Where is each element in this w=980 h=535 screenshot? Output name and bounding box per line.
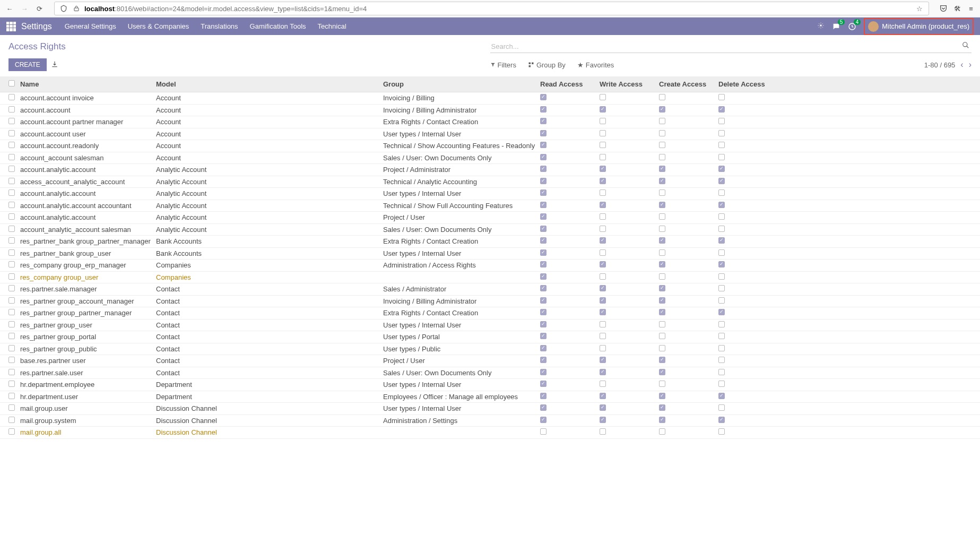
delete-checkbox[interactable] [718,285,725,291]
row-checkbox[interactable] [8,94,15,100]
row-checkbox[interactable] [8,404,15,411]
read-checkbox[interactable] [540,309,547,315]
activities-button[interactable]: 4 [848,22,856,31]
write-checkbox[interactable] [600,297,606,304]
write-checkbox[interactable] [600,261,606,268]
table-row[interactable]: account.account userAccountUser types / … [0,128,980,141]
write-checkbox[interactable] [600,226,606,232]
row-checkbox[interactable] [8,106,15,113]
table-row[interactable]: res_partner_bank group_userBank Accounts… [0,248,980,260]
delete-checkbox[interactable] [718,130,725,136]
menu-translations[interactable]: Translations [201,22,238,30]
delete-checkbox[interactable] [718,142,725,148]
write-checkbox[interactable] [600,369,606,375]
row-checkbox[interactable] [8,369,15,375]
delete-checkbox[interactable] [718,226,725,232]
read-checkbox[interactable] [540,273,547,280]
create-checkbox[interactable] [659,189,665,196]
create-checkbox[interactable] [659,118,665,124]
create-checkbox[interactable] [659,237,665,244]
write-checkbox[interactable] [600,202,606,208]
row-checkbox[interactable] [8,166,15,172]
create-checkbox[interactable] [659,321,665,327]
debug-icon[interactable] [817,22,825,31]
read-checkbox[interactable] [540,178,547,184]
table-row[interactable]: account.account invoiceAccountInvoicing … [0,92,980,105]
menu-gamification[interactable]: Gamification Tools [250,22,306,30]
table-row[interactable]: res_partner group_account_managerContact… [0,296,980,308]
extension-icon[interactable]: 🛠 [952,4,962,13]
write-checkbox[interactable] [600,273,606,280]
table-row[interactable]: res_partner group_partner_managerContact… [0,307,980,320]
read-checkbox[interactable] [540,333,547,339]
delete-checkbox[interactable] [718,297,725,304]
delete-checkbox[interactable] [718,345,725,351]
row-checkbox[interactable] [8,213,15,220]
table-row[interactable]: account_analytic_account salesmanAnalyti… [0,224,980,236]
read-checkbox[interactable] [540,118,547,124]
write-checkbox[interactable] [600,428,606,435]
select-all-checkbox[interactable] [8,80,15,87]
row-checkbox[interactable] [8,118,15,124]
col-create[interactable]: Create Access [659,80,718,88]
filters-button[interactable]: Filters [490,61,516,69]
write-checkbox[interactable] [600,333,606,339]
table-row[interactable]: account.account partner managerAccountEx… [0,116,980,128]
import-button[interactable] [51,61,58,70]
create-checkbox[interactable] [659,202,665,208]
write-checkbox[interactable] [600,357,606,363]
create-checkbox[interactable] [659,178,665,184]
create-checkbox[interactable] [659,154,665,160]
delete-checkbox[interactable] [718,417,725,423]
table-row[interactable]: account_account salesmanAccountSales / U… [0,152,980,165]
create-checkbox[interactable] [659,285,665,291]
delete-checkbox[interactable] [718,166,725,172]
search-icon[interactable] [962,41,969,50]
table-row[interactable]: account.accountAccountInvoicing / Billin… [0,105,980,117]
create-checkbox[interactable] [659,404,665,411]
write-checkbox[interactable] [600,381,606,387]
table-row[interactable]: account.analytic.accountAnalytic Account… [0,164,980,176]
menu-technical[interactable]: Technical [318,22,346,30]
table-row[interactable]: res_company group_userCompanies [0,272,980,284]
table-row[interactable]: res_company group_erp_managerCompaniesAd… [0,260,980,272]
row-checkbox[interactable] [8,249,15,256]
create-checkbox[interactable] [659,226,665,232]
table-row[interactable]: res_partner group_publicContactUser type… [0,343,980,356]
apps-icon[interactable] [6,22,16,31]
write-checkbox[interactable] [600,178,606,184]
delete-checkbox[interactable] [718,404,725,411]
col-group[interactable]: Group [383,80,540,88]
create-checkbox[interactable] [659,357,665,363]
create-checkbox[interactable] [659,166,665,172]
read-checkbox[interactable] [540,189,547,196]
row-checkbox[interactable] [8,393,15,399]
read-checkbox[interactable] [540,297,547,304]
read-checkbox[interactable] [540,106,547,113]
write-checkbox[interactable] [600,118,606,124]
hamburger-icon[interactable]: ≡ [966,4,976,13]
table-row[interactable]: res.partner.sale.userContactSales / User… [0,367,980,379]
delete-checkbox[interactable] [718,393,725,399]
read-checkbox[interactable] [540,357,547,363]
row-checkbox[interactable] [8,273,15,280]
read-checkbox[interactable] [540,94,547,100]
create-checkbox[interactable] [659,417,665,423]
row-checkbox[interactable] [8,178,15,184]
write-checkbox[interactable] [600,189,606,196]
read-checkbox[interactable] [540,285,547,291]
delete-checkbox[interactable] [718,357,725,363]
create-checkbox[interactable] [659,345,665,351]
pager-prev[interactable]: ‹ [960,60,963,70]
col-name[interactable]: Name [20,80,156,88]
create-checkbox[interactable] [659,333,665,339]
row-checkbox[interactable] [8,297,15,304]
read-checkbox[interactable] [540,369,547,375]
delete-checkbox[interactable] [718,237,725,244]
table-row[interactable]: hr.department.employeeDepartmentUser typ… [0,379,980,391]
table-row[interactable]: account.analytic.account accountantAnaly… [0,200,980,212]
messages-button[interactable]: 5 [832,22,840,31]
write-checkbox[interactable] [600,142,606,148]
table-row[interactable]: res_partner_bank group_partner_managerBa… [0,236,980,248]
write-checkbox[interactable] [600,249,606,256]
